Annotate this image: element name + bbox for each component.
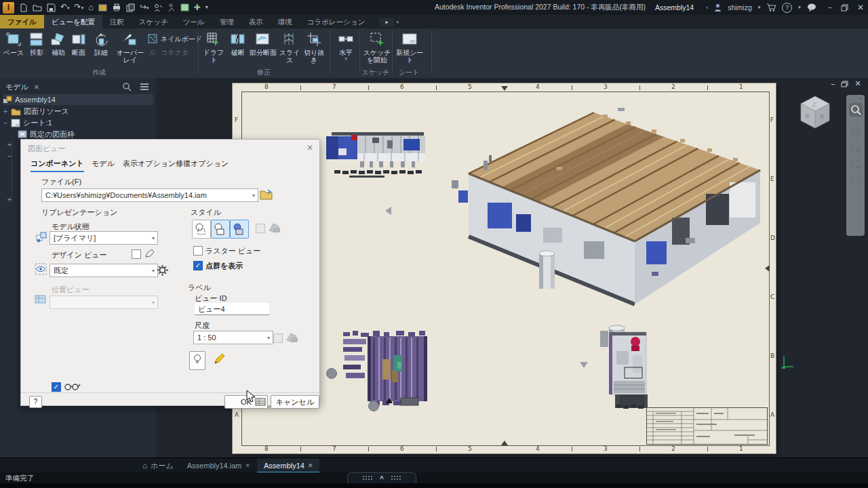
scale-combo[interactable]: 1 : 50▾ (193, 331, 273, 344)
model-state-combo[interactable]: [プライマリ]▾ (50, 231, 158, 245)
new-sheet-button[interactable]: 新規シート (395, 31, 425, 64)
projected-view-button[interactable]: 投影 (26, 31, 47, 56)
tree-item-sheet1[interactable]: − シート:1 (3, 117, 52, 128)
home-icon[interactable]: ⌂ (88, 3, 94, 12)
material-swatch-icon[interactable] (98, 4, 107, 12)
dialog-tab-recovery-options[interactable]: 修復オプション (176, 159, 229, 169)
view-isometric-main[interactable] (448, 102, 764, 319)
view-elevation-top[interactable] (325, 128, 429, 178)
view-arrow-down[interactable] (580, 362, 588, 368)
return-icon[interactable]: ↪▾ (140, 3, 149, 12)
dialog-tab-component[interactable]: コンポーネント (31, 159, 84, 172)
nailboard-button[interactable]: ネイルボード (148, 34, 202, 44)
detail-view-button[interactable]: A 詳細 (89, 31, 113, 56)
style-shaded-button[interactable] (230, 220, 249, 239)
view-plan-bottom[interactable] (343, 331, 429, 407)
new-file-icon[interactable] (19, 3, 28, 12)
view-elevation-right[interactable] (596, 328, 653, 413)
tab-sketch[interactable]: スケッチ (132, 15, 176, 28)
pencil-lock-icon[interactable] (144, 248, 156, 259)
user-menu-chevron-icon[interactable]: ▾ (758, 5, 761, 10)
tab-assembly14-dwg[interactable]: Assembly14 ✕ (257, 458, 319, 473)
tab-close-icon[interactable]: ✕ (308, 462, 313, 469)
search-icon[interactable] (122, 82, 132, 92)
point-cloud-checkbox[interactable]: ✓ (193, 261, 203, 270)
plus-icon[interactable]: ✚ (194, 3, 201, 12)
design-view-combo[interactable]: 既定▾ (50, 264, 158, 277)
title-block[interactable] (646, 407, 768, 445)
doc-close-button[interactable]: ✕ (854, 79, 861, 88)
tab-tools[interactable]: ツール (176, 15, 212, 28)
browser-close-icon[interactable]: ✕ (34, 83, 39, 91)
browse-file-icon[interactable] (260, 188, 273, 200)
help-chevron-icon[interactable]: ▾ (798, 5, 801, 10)
file-combo[interactable]: C:¥Users¥shimizg¥Documents¥Assembly14.ia… (41, 188, 258, 202)
grip-dot[interactable] (326, 368, 337, 379)
raster-view-checkbox[interactable] (193, 246, 203, 256)
cancel-button[interactable]: キャンセル (271, 395, 319, 409)
settings-gear-icon[interactable] (157, 264, 168, 276)
doc-minimize-button[interactable]: − (831, 80, 835, 88)
user-name[interactable]: shimizg (728, 3, 752, 12)
qat-overflow-icon[interactable]: ▾ (205, 3, 208, 12)
undo-icon[interactable]: ↶▾ (60, 3, 70, 12)
view-face-icon[interactable] (851, 176, 861, 184)
browser-tab-label[interactable]: モデル (5, 82, 28, 92)
view-arrow-left[interactable] (385, 207, 391, 215)
cart-icon[interactable] (766, 3, 776, 12)
chat-icon[interactable] (807, 3, 816, 12)
window-green-icon[interactable] (180, 3, 189, 12)
help-icon[interactable]: ? (782, 3, 792, 13)
draft-button[interactable]: ドラフト (201, 31, 226, 64)
cylinder-column[interactable] (538, 250, 555, 291)
horizontal-button[interactable]: 水平 ▾ (334, 31, 358, 62)
section-view-button[interactable]: 断面 (68, 31, 89, 56)
collapse-icon[interactable]: − (3, 119, 8, 127)
drawing-view-dialog[interactable]: 図面ビュー ✕ コンポーネント モデル 表示オプション 修復オプション ファイル… (20, 139, 320, 406)
tab-manage[interactable]: 管理 (212, 15, 241, 28)
overlay-view-button[interactable]: オーバーレイ (113, 31, 147, 64)
tab-place-views[interactable]: ビューを配置 (44, 15, 102, 28)
base-view-button[interactable]: ベース (1, 31, 26, 56)
print-icon[interactable] (112, 3, 121, 12)
breakout-button[interactable]: 部分断面 (248, 31, 278, 56)
tab-collaborate[interactable]: コラボレーション (300, 15, 373, 28)
tree-item-assembly[interactable]: Assembly14 (3, 94, 153, 105)
browser-menu-icon[interactable] (140, 83, 149, 91)
redo-icon[interactable]: ↷▾ (75, 3, 84, 12)
horizontal-chevron-icon[interactable]: ▾ (344, 56, 347, 62)
tab-file[interactable]: ファイル (0, 15, 44, 28)
doc-restore-button[interactable] (841, 81, 848, 87)
tab-home[interactable]: ⌂ ホーム (136, 458, 180, 473)
view-cube[interactable]: 上 前 右 (795, 91, 835, 133)
sketch-person-icon[interactable] (154, 3, 163, 12)
style-hidden-line-button[interactable] (192, 220, 211, 239)
dock-expand-icon[interactable]: ^ (380, 475, 384, 483)
look-at-icon[interactable] (850, 160, 861, 169)
expand-icon[interactable]: + (3, 107, 8, 115)
auxiliary-view-button[interactable]: 補助 (48, 31, 68, 56)
dialog-tab-model[interactable]: モデル (92, 159, 115, 169)
grip-dot[interactable] (368, 401, 379, 411)
minimize-button[interactable]: − (828, 3, 832, 12)
app-logo[interactable]: I (3, 2, 14, 14)
screencast-chevron-icon[interactable]: ▾ (396, 20, 399, 25)
tab-environments[interactable]: 環境 (271, 15, 300, 28)
style-hidden-line-removed-button[interactable] (211, 220, 230, 239)
restore-button[interactable] (841, 4, 848, 12)
zoom-window-icon[interactable] (850, 144, 861, 153)
break-button[interactable]: 破断 (228, 31, 248, 56)
person-run-icon[interactable] (167, 3, 176, 12)
tree-item-default-border[interactable]: 既定の図面枠 (18, 129, 75, 140)
collapse-arrow-icon[interactable]: ‹ (706, 4, 708, 11)
tab-close-icon[interactable]: ✕ (245, 462, 250, 469)
zoom-orbit-icon[interactable] (849, 103, 863, 117)
start-sketch-button[interactable]: スケッチを開始 (362, 31, 392, 64)
tab-assembly14-iam[interactable]: Assembly14.iam ✕ (180, 458, 257, 473)
tab-view[interactable]: 表示 (241, 15, 271, 28)
marking-menu-dock[interactable]: ^ (347, 472, 416, 484)
dialog-close-icon[interactable]: ✕ (307, 143, 313, 152)
design-view-associative-checkbox[interactable] (132, 249, 141, 259)
tree-item-drawing-resources[interactable]: + 図面リソース (3, 106, 69, 117)
preview-checkbox[interactable]: ✓ (52, 382, 61, 392)
